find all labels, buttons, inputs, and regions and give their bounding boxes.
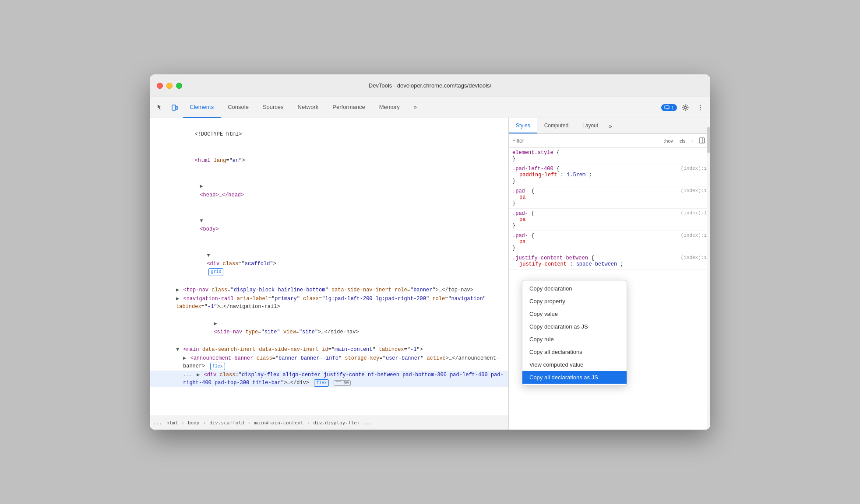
rule-selector[interactable]: .pad- { [512,233,707,239]
close-button[interactable] [157,83,163,89]
dom-line[interactable]: ▶ <announcement-banner class="banner ban… [150,354,508,371]
tab-sources[interactable]: Sources [256,97,291,118]
toggle-sidebar-button[interactable] [697,136,707,145]
breadcrumb-div[interactable]: div.display-fle› [310,419,362,427]
style-rule: element.style { } [509,148,710,164]
svg-point-5 [700,107,701,108]
toolbar: Elements Console Sources Network Perform… [150,97,710,118]
context-menu-copy-all-declarations[interactable]: Copy all declarations [522,346,627,358]
title-bar: DevTools - developer.chrome.com/tags/dev… [150,74,710,97]
dom-line[interactable]: ▶ <side-nav type="site" view="site">…</s… [150,311,508,346]
dom-line[interactable]: ▶ <top-nav class="display-block hairline… [150,286,508,294]
styles-tabs: Styles Computed Layout » [509,118,710,134]
main-content: <!DOCTYPE html> <html lang="en"> ▶ <head… [150,118,710,430]
dom-line[interactable]: <!DOCTYPE html> [150,122,508,148]
rule-source[interactable]: (index):1 [681,166,707,171]
devtools-panel: Elements Console Sources Network Perform… [150,97,710,430]
dom-line[interactable]: ▼ <body> [150,208,508,243]
rule-source[interactable]: (index):1 [681,210,707,216]
hov-filter-button[interactable]: :hov [662,137,675,144]
styles-panel: Styles Computed Layout » :hov .cls + [509,118,710,430]
style-rule: (index):1 .pad-left-400 { padding-left :… [509,164,710,186]
minimize-button[interactable] [166,83,173,89]
context-menu: Copy declaration Copy property Copy valu… [522,280,627,386]
tab-elements[interactable]: Elements [183,97,221,118]
window-title: DevTools - developer.chrome.com/tags/dev… [369,82,491,89]
context-menu-copy-rule[interactable]: Copy rule [522,333,627,346]
tab-styles[interactable]: Styles [509,118,537,133]
rule-selector[interactable]: .pad- { [512,188,707,194]
filter-input[interactable] [512,138,660,144]
svg-rect-1 [176,106,177,109]
scrollbar-track [707,118,710,430]
dom-line[interactable]: ▼ <div class="scaffold"> grid [150,243,508,286]
rule-source[interactable]: (index):1 [681,255,707,260]
rule-selector[interactable]: .justify-content-between { [512,255,707,261]
context-menu-copy-value[interactable]: Copy value [522,308,627,320]
context-menu-copy-declaration-js[interactable]: Copy declaration as JS [522,320,627,333]
style-rule: (index):1 .pad- { pa } [509,209,710,231]
flex-badge[interactable]: flex [210,363,225,370]
context-menu-copy-all-js[interactable]: Copy all declarations as JS [522,371,627,384]
rule-source[interactable]: (index):1 [681,188,707,193]
tab-performance[interactable]: Performance [325,97,372,118]
breadcrumb-body[interactable]: body [185,419,202,427]
toolbar-right: 1 [661,101,707,114]
context-menu-copy-declaration[interactable]: Copy declaration [522,282,627,295]
breadcrumb-more-right[interactable]: ... [362,420,371,426]
dom-panel: <!DOCTYPE html> <html lang="en"> ▶ <head… [150,118,509,430]
flex-badge-2[interactable]: flex [314,379,329,387]
tab-more[interactable]: » [407,97,424,118]
rule-selector[interactable]: element.style { [512,150,707,156]
breadcrumb: ... html › body › div.scaffold › main#ma… [150,416,508,430]
traffic-lights [157,83,182,89]
device-toggle-icon[interactable] [168,101,181,114]
breadcrumb-more-left[interactable]: ... [153,420,162,426]
style-prop: pa [512,194,707,200]
breadcrumb-scaffold[interactable]: div.scaffold [207,419,247,427]
dom-tree[interactable]: <!DOCTYPE html> <html lang="en"> ▶ <head… [150,118,508,416]
svg-rect-7 [699,138,705,143]
dom-line[interactable]: ▶ <navigation-rail aria-label="primary" … [150,294,508,311]
tab-computed[interactable]: Computed [537,118,575,133]
cls-filter-button[interactable]: .cls [677,137,687,144]
chat-button[interactable]: 1 [661,104,677,111]
filter-bar: :hov .cls + [509,134,710,148]
style-rule: (index):1 .pad- { pa } [509,186,710,209]
dom-line[interactable]: <html lang="en"> [150,148,508,174]
scrollbar-thumb[interactable] [707,127,710,153]
eq-badge: == $0 [334,380,350,386]
svg-point-4 [700,105,701,105]
svg-point-3 [684,106,687,108]
rule-source[interactable]: (index):1 [681,233,707,238]
context-menu-copy-property[interactable]: Copy property [522,295,627,308]
tab-network[interactable]: Network [291,97,326,118]
styles-tabs-more[interactable]: » [605,118,616,133]
svg-rect-0 [172,105,176,110]
dom-line[interactable]: ▶ <head>…</head> [150,174,508,208]
style-prop: padding-left : 1.5rem ; [512,172,707,178]
cursor-icon[interactable] [153,101,166,114]
main-tabs: Elements Console Sources Network Perform… [183,97,659,118]
context-menu-view-computed[interactable]: View computed value [522,358,627,371]
grid-badge[interactable]: grid [208,268,223,276]
rule-selector[interactable]: .pad-left-400 { [512,166,707,172]
tab-memory[interactable]: Memory [372,97,407,118]
svg-point-6 [700,109,701,110]
tab-layout[interactable]: Layout [575,118,605,133]
tab-console[interactable]: Console [221,97,256,118]
maximize-button[interactable] [176,83,182,89]
add-style-button[interactable]: + [689,137,695,144]
style-prop: justify-content : space-between ; [512,261,707,267]
breadcrumb-html[interactable]: html [164,419,181,427]
style-prop: pa [512,217,707,223]
settings-icon[interactable] [679,101,692,114]
breadcrumb-main[interactable]: main#main-content [251,419,306,427]
style-rule: (index):1 .justify-content-between { jus… [509,253,710,270]
dom-line-selected[interactable]: ... ▶ <div class="display-flex align-cen… [150,371,508,387]
more-options-icon[interactable] [694,101,707,114]
rule-selector[interactable]: .pad- { [512,210,707,217]
dom-line[interactable]: ▼ <main data-search-inert data-side-nav-… [150,345,508,354]
style-prop: pa [512,239,707,245]
style-rule: (index):1 .pad- { pa } [509,231,710,253]
